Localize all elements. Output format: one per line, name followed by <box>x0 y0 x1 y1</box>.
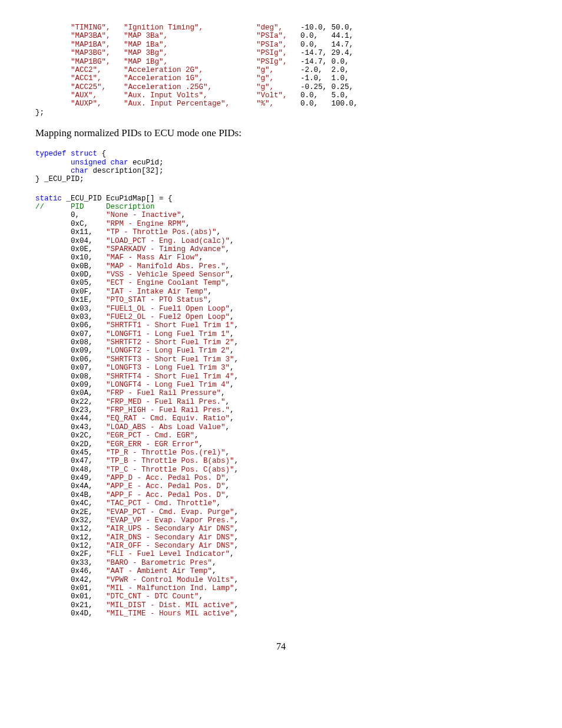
code-block-map: static _ECU_PID EcuPidMap[] = { // PID D… <box>35 195 527 618</box>
code-block-struct: typedef struct { unsigned char ecuPid; c… <box>35 150 527 184</box>
page-number: 74 <box>35 641 527 652</box>
prose-mapping-line: Mapping normalized PIDs to ECU mode one … <box>35 127 527 139</box>
code-block-top: "TIMING", "Ignition Timing", "deg", -10.… <box>35 24 527 117</box>
